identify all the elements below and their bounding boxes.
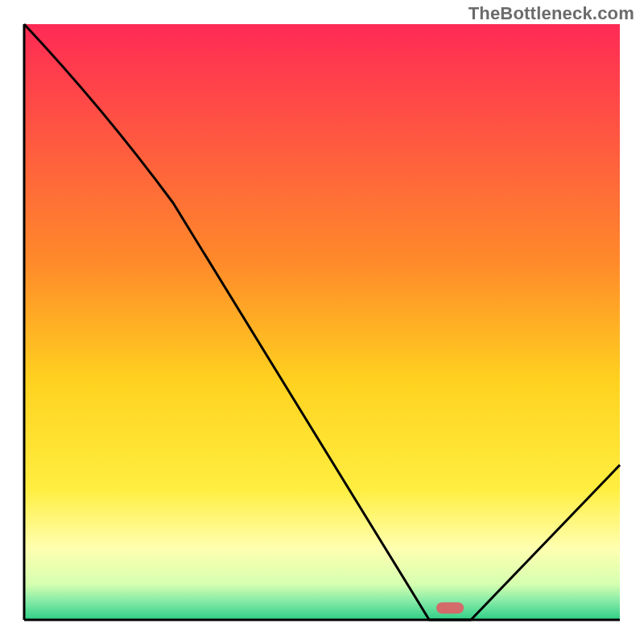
watermark-text: TheBottleneck.com — [469, 3, 634, 24]
optimal-point-marker — [436, 602, 464, 613]
gradient-background — [24, 24, 620, 620]
chart-canvas: TheBottleneck.com — [0, 0, 644, 644]
bottleneck-plot — [0, 0, 644, 644]
